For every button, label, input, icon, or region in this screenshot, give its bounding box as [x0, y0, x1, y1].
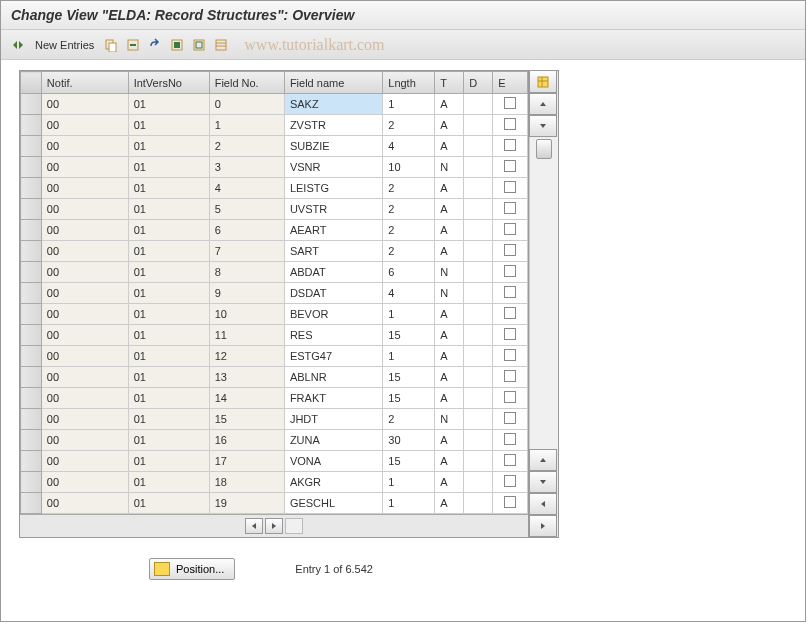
scroll-right-button[interactable] — [265, 518, 283, 534]
cell-d[interactable] — [464, 241, 493, 262]
cell-notif[interactable]: 00 — [41, 451, 128, 472]
cell-t[interactable]: A — [435, 325, 464, 346]
cell-fieldname[interactable]: VONA — [284, 451, 382, 472]
cell-fieldname[interactable]: ZVSTR — [284, 115, 382, 136]
cell-d[interactable] — [464, 136, 493, 157]
cell-notif[interactable]: 00 — [41, 388, 128, 409]
header-e[interactable]: E — [493, 72, 528, 94]
row-selector[interactable] — [21, 472, 42, 493]
cell-notif[interactable]: 00 — [41, 304, 128, 325]
cell-fieldname[interactable]: AKGR — [284, 472, 382, 493]
checkbox[interactable] — [504, 202, 516, 214]
cell-lngth[interactable]: 30 — [383, 430, 435, 451]
cell-fieldno[interactable]: 1 — [209, 115, 284, 136]
checkbox[interactable] — [504, 433, 516, 445]
scroll-left-button[interactable] — [245, 518, 263, 534]
row-selector[interactable] — [21, 325, 42, 346]
cell-intvers[interactable]: 01 — [128, 199, 209, 220]
row-selector[interactable] — [21, 220, 42, 241]
cell-fieldname[interactable]: DSDAT — [284, 283, 382, 304]
cell-d[interactable] — [464, 346, 493, 367]
toggle-icon[interactable] — [9, 36, 27, 54]
cell-fieldname[interactable]: RES — [284, 325, 382, 346]
scroll-right-side-button[interactable] — [529, 515, 557, 537]
cell-intvers[interactable]: 01 — [128, 136, 209, 157]
undo-icon[interactable] — [146, 36, 164, 54]
cell-fieldno[interactable]: 16 — [209, 430, 284, 451]
checkbox[interactable] — [504, 349, 516, 361]
row-selector[interactable] — [21, 304, 42, 325]
cell-lngth[interactable]: 2 — [383, 220, 435, 241]
header-fieldname[interactable]: Field name — [284, 72, 382, 94]
cell-lngth[interactable]: 10 — [383, 157, 435, 178]
checkbox[interactable] — [504, 223, 516, 235]
cell-t[interactable]: A — [435, 367, 464, 388]
cell-d[interactable] — [464, 304, 493, 325]
cell-lngth[interactable]: 2 — [383, 178, 435, 199]
cell-fieldname[interactable]: VSNR — [284, 157, 382, 178]
cell-intvers[interactable]: 01 — [128, 220, 209, 241]
cell-d[interactable] — [464, 409, 493, 430]
cell-t[interactable]: A — [435, 94, 464, 115]
cell-fieldname[interactable]: FRAKT — [284, 388, 382, 409]
cell-lngth[interactable]: 2 — [383, 199, 435, 220]
cell-fieldno[interactable]: 15 — [209, 409, 284, 430]
cell-t[interactable]: N — [435, 409, 464, 430]
cell-t[interactable]: N — [435, 283, 464, 304]
cell-intvers[interactable]: 01 — [128, 241, 209, 262]
cell-notif[interactable]: 00 — [41, 157, 128, 178]
cell-intvers[interactable]: 01 — [128, 409, 209, 430]
checkbox[interactable] — [504, 475, 516, 487]
cell-fieldno[interactable]: 4 — [209, 178, 284, 199]
cell-fieldno[interactable]: 9 — [209, 283, 284, 304]
cell-notif[interactable]: 00 — [41, 409, 128, 430]
cell-lngth[interactable]: 6 — [383, 262, 435, 283]
cell-t[interactable]: A — [435, 451, 464, 472]
cell-lngth[interactable]: 2 — [383, 409, 435, 430]
cell-notif[interactable]: 00 — [41, 262, 128, 283]
header-d[interactable]: D — [464, 72, 493, 94]
cell-fieldname[interactable]: SAKZ — [284, 94, 382, 115]
cell-notif[interactable]: 00 — [41, 346, 128, 367]
checkbox[interactable] — [504, 454, 516, 466]
deselect-all-icon[interactable] — [190, 36, 208, 54]
checkbox[interactable] — [504, 139, 516, 151]
cell-fieldno[interactable]: 13 — [209, 367, 284, 388]
cell-intvers[interactable]: 01 — [128, 157, 209, 178]
cell-notif[interactable]: 00 — [41, 472, 128, 493]
cell-lngth[interactable]: 4 — [383, 283, 435, 304]
row-selector[interactable] — [21, 94, 42, 115]
position-button[interactable]: Position... — [149, 558, 235, 580]
row-selector[interactable] — [21, 430, 42, 451]
checkbox[interactable] — [504, 181, 516, 193]
cell-d[interactable] — [464, 388, 493, 409]
checkbox[interactable] — [504, 412, 516, 424]
row-selector[interactable] — [21, 388, 42, 409]
row-selector[interactable] — [21, 262, 42, 283]
cell-fieldno[interactable]: 6 — [209, 220, 284, 241]
cell-lngth[interactable]: 15 — [383, 388, 435, 409]
cell-fieldno[interactable]: 12 — [209, 346, 284, 367]
cell-t[interactable]: A — [435, 346, 464, 367]
cell-d[interactable] — [464, 472, 493, 493]
scroll-up-button[interactable] — [529, 93, 557, 115]
new-entries-button[interactable]: New Entries — [31, 37, 98, 53]
cell-d[interactable] — [464, 451, 493, 472]
checkbox[interactable] — [504, 328, 516, 340]
cell-t[interactable]: A — [435, 220, 464, 241]
cell-d[interactable] — [464, 115, 493, 136]
cell-fieldno[interactable]: 11 — [209, 325, 284, 346]
cell-fieldname[interactable]: JHDT — [284, 409, 382, 430]
cell-d[interactable] — [464, 199, 493, 220]
scroll-down-bottom-button[interactable] — [529, 471, 557, 493]
cell-fieldno[interactable]: 19 — [209, 493, 284, 514]
cell-intvers[interactable]: 01 — [128, 493, 209, 514]
cell-lngth[interactable]: 1 — [383, 304, 435, 325]
cell-notif[interactable]: 00 — [41, 283, 128, 304]
cell-fieldno[interactable]: 0 — [209, 94, 284, 115]
config-icon[interactable] — [212, 36, 230, 54]
cell-lngth[interactable]: 2 — [383, 115, 435, 136]
row-selector[interactable] — [21, 409, 42, 430]
row-selector[interactable] — [21, 115, 42, 136]
row-selector[interactable] — [21, 178, 42, 199]
